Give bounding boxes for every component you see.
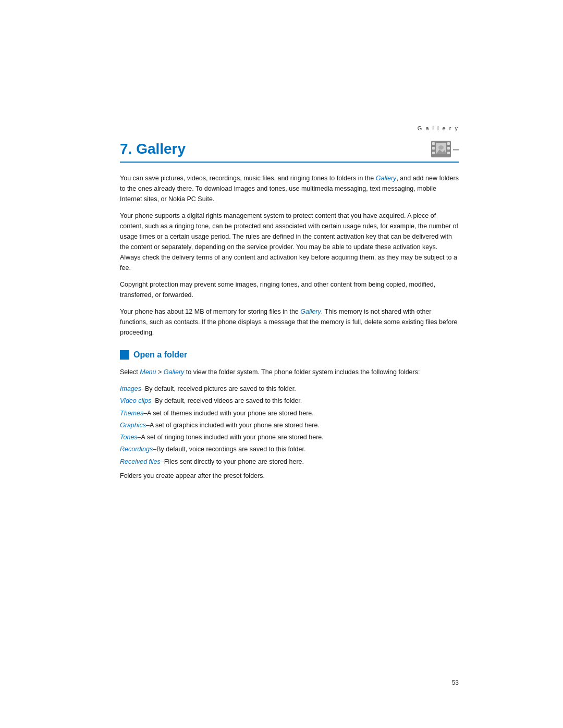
open-folder-heading: Open a folder xyxy=(120,350,459,360)
page-number: 53 xyxy=(452,679,459,686)
folder-desc-themes: –A set of themes included with your phon… xyxy=(143,410,314,417)
intro-paragraph-2: Your phone supports a digital rights man… xyxy=(120,211,459,273)
gallery-link-para1[interactable]: Gallery xyxy=(376,175,397,182)
folder-name-received-files: Received files xyxy=(120,458,161,465)
folder-item-images: Images–By default, received pictures are… xyxy=(120,384,459,394)
folder-desc-received-files: –Files sent directly to your phone are s… xyxy=(161,458,304,465)
chapter-header-label: G a l l e r y xyxy=(418,125,459,131)
intro-paragraph-1: You can save pictures, videos, recording… xyxy=(120,173,459,204)
chapter-name: Gallery xyxy=(136,141,186,157)
folder-name-themes: Themes xyxy=(120,410,143,417)
folder-item-recordings: Recordings–By default, voice recordings … xyxy=(120,444,459,455)
section-square-icon xyxy=(120,350,129,360)
open-folder-title: Open a folder xyxy=(133,350,187,360)
svg-rect-2 xyxy=(432,147,435,150)
gallery-link-para4[interactable]: Gallery xyxy=(300,308,321,315)
folder-desc-recordings: –By default, voice recordings are saved … xyxy=(153,446,305,453)
folder-desc-tones: –A set of ringing tones included with yo… xyxy=(138,434,324,441)
folder-item-received-files: Received files–Files sent directly to yo… xyxy=(120,456,459,467)
intro-paragraph-4: Your phone has about 12 MB of memory for… xyxy=(120,306,459,338)
folder-item-themes: Themes–A set of themes included with you… xyxy=(120,408,459,419)
folder-name-recordings: Recordings xyxy=(120,446,153,453)
folder-list: Images–By default, received pictures are… xyxy=(120,384,459,467)
chapter-title-row: 7. Gallery – xyxy=(120,141,459,163)
chapter-title: 7. Gallery xyxy=(120,141,431,157)
folder-footer-note: Folders you create appear after the pres… xyxy=(120,471,459,481)
chapter-dash: – xyxy=(453,143,459,155)
svg-point-8 xyxy=(438,145,444,150)
folder-name-graphics: Graphics xyxy=(120,422,146,429)
svg-rect-3 xyxy=(432,152,435,154)
svg-rect-6 xyxy=(447,152,450,154)
page-container: G a l l e r y 7. Gallery xyxy=(0,0,563,728)
folder-item-tones: Tones–A set of ringing tones included wi… xyxy=(120,432,459,443)
folder-desc-videoclips: –By default, received videos are saved t… xyxy=(151,397,302,404)
folder-desc-graphics: –A set of graphics included with your ph… xyxy=(146,422,320,429)
svg-rect-4 xyxy=(447,142,450,145)
gallery-link-section[interactable]: Gallery xyxy=(164,368,185,376)
gallery-icon xyxy=(431,141,451,157)
intro-paragraph-3: Copyright protection may prevent some im… xyxy=(120,279,459,300)
folder-item-graphics: Graphics–A set of graphics included with… xyxy=(120,420,459,431)
menu-link[interactable]: Menu xyxy=(140,368,156,376)
chapter-number: 7. xyxy=(120,141,132,157)
folder-item-videoclips: Video clips–By default, received videos … xyxy=(120,396,459,406)
folder-desc-images: –By default, received pictures are saved… xyxy=(141,385,296,392)
folder-name-videoclips: Video clips xyxy=(120,397,151,404)
open-folder-intro: Select Menu > Gallery to view the folder… xyxy=(120,367,459,377)
svg-rect-5 xyxy=(447,147,450,150)
folder-name-images: Images xyxy=(120,385,141,392)
content-area: 7. Gallery – xyxy=(120,141,459,487)
svg-rect-1 xyxy=(432,142,435,145)
folder-name-tones: Tones xyxy=(120,434,138,441)
